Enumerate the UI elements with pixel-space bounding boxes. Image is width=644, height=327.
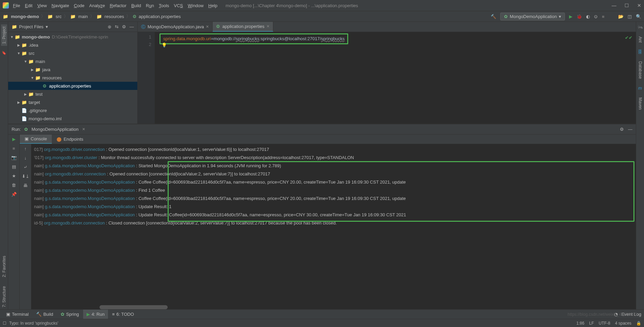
caret-position[interactable]: 1:86	[577, 321, 584, 326]
rerun-button[interactable]: ▶	[12, 137, 16, 142]
menu-tools[interactable]: Tools	[159, 3, 169, 8]
line-separator[interactable]: LF	[589, 321, 594, 326]
build-tab[interactable]: 🔨Build	[33, 310, 57, 319]
exit-button[interactable]: ★	[12, 173, 16, 178]
console-line: '017] org.mongodb.driver.cluster : Monit…	[34, 154, 633, 162]
locate-icon[interactable]: ⊕	[108, 24, 111, 29]
project-view-title[interactable]: Project Files	[19, 24, 44, 29]
status-icon[interactable]: ☐	[3, 321, 6, 326]
spring-icon: ✿	[24, 127, 28, 132]
terminal-tab[interactable]: ▣Terminal	[3, 310, 32, 319]
tree-row[interactable]: 📄mongo-demo.iml	[8, 114, 137, 123]
stop-button[interactable]: ■	[13, 146, 15, 151]
minimize-button[interactable]: —	[612, 3, 616, 8]
layout-button[interactable]: ▤	[12, 164, 16, 169]
spring-tab[interactable]: ✿Spring	[57, 310, 82, 319]
todo-tab[interactable]: ≡6: TODO	[109, 310, 137, 319]
run-tab[interactable]: ▶4: Run	[83, 310, 108, 319]
breadcrumb-item[interactable]: resources	[105, 14, 124, 19]
trash-button[interactable]: 🗑	[12, 183, 16, 188]
close-icon[interactable]: ✕	[82, 127, 85, 131]
tree-row[interactable]: ▶📁test	[8, 90, 137, 98]
scroll-icon[interactable]: ⬇⤓	[22, 174, 29, 179]
tree-row[interactable]: ▼📁resources	[8, 74, 137, 82]
folder-icon: 📁	[12, 24, 17, 29]
menu-file[interactable]: File	[13, 3, 20, 8]
editor-tab[interactable]: ⚙ application.properties ✕	[213, 22, 273, 32]
close-icon[interactable]: ✕	[206, 25, 209, 29]
console-tab[interactable]: ▣ Console	[20, 135, 52, 144]
menu-edit[interactable]: Edit	[25, 3, 32, 8]
menu-build[interactable]: Build	[131, 3, 141, 8]
menu-run[interactable]: Run	[146, 3, 154, 8]
close-button[interactable]: ✕	[637, 3, 641, 8]
tree-row[interactable]: 📄.gitignore	[8, 106, 137, 114]
search-button[interactable]: 🔍	[636, 14, 641, 19]
wrap-icon[interactable]: ⤶	[24, 165, 27, 170]
encoding[interactable]: UTF-8	[599, 321, 610, 326]
bookmark-icon[interactable]: 🔖	[2, 51, 6, 55]
lock-icon[interactable]: 🔒	[636, 321, 641, 326]
folder-icon: 📁	[96, 14, 102, 19]
tree-row[interactable]: ▶📁.idea	[8, 41, 137, 49]
run-config-selector[interactable]: ✿ MongoDemoApplication ▾	[500, 13, 565, 20]
maximize-button[interactable]: ☐	[625, 3, 629, 8]
up-icon[interactable]: ↑	[24, 146, 27, 151]
expand-icon[interactable]: ⇆	[115, 24, 119, 29]
favorites-tool-tab[interactable]: 2: Favorites	[1, 254, 7, 279]
print-icon[interactable]: 🖶	[23, 183, 28, 188]
menu-help[interactable]: Help	[208, 3, 217, 8]
menu-view[interactable]: View	[37, 3, 47, 8]
editor-body[interactable]: 1 2 spring.data.mongodb.uri=mongodb://sp…	[138, 32, 636, 124]
menu-refactor[interactable]: Refactor	[110, 3, 126, 8]
maven-tool-tab[interactable]: Maven	[637, 95, 643, 112]
gear-icon[interactable]: ⚙	[122, 24, 126, 29]
tree-root[interactable]: ▼ 📁 mongo-demo D:\GeekTime\geektime-spri…	[8, 33, 137, 41]
dump-button[interactable]: 📷	[11, 155, 17, 160]
chevron-down-icon[interactable]: ▾	[46, 24, 48, 29]
vcs-button[interactable]: 📂	[618, 14, 624, 19]
menu-vcs[interactable]: VCS	[174, 3, 183, 8]
intention-bulb-icon[interactable]: 💡	[162, 42, 167, 49]
breadcrumb-item[interactable]: src	[56, 14, 61, 19]
menu-navigate[interactable]: Navigate	[51, 3, 69, 8]
endpoints-tab[interactable]: ⬤ Endpoints	[52, 135, 88, 144]
menu-analyze[interactable]: Analyze	[89, 3, 105, 8]
profile-button[interactable]: ⊙	[594, 14, 598, 19]
breadcrumb-item[interactable]: mongo-demo	[11, 14, 39, 19]
menu-code[interactable]: Code	[74, 3, 85, 8]
down-icon[interactable]: ↓	[24, 155, 27, 160]
stop-button[interactable]: ■	[602, 14, 604, 19]
breadcrumb-item[interactable]: application.properties	[139, 14, 181, 19]
ant-tool-tab[interactable]: Ant	[637, 34, 643, 45]
coverage-button[interactable]: ◐	[586, 14, 590, 19]
tree-row[interactable]: ▶📁target	[8, 98, 137, 106]
gear-icon[interactable]: ⚙	[620, 127, 624, 132]
structure-tool-tab[interactable]: 7: Structure	[1, 284, 7, 309]
hide-icon[interactable]: —	[628, 127, 632, 132]
project-tool-tab[interactable]: 1: Project	[1, 25, 7, 46]
code-area[interactable]: spring.data.mongodb.uri=mongodb://spring…	[155, 32, 636, 124]
open-button[interactable]: ◫	[628, 14, 632, 19]
indent[interactable]: 4 spaces	[615, 321, 631, 326]
hammer-icon[interactable]: 🔨	[491, 14, 496, 19]
menu-window[interactable]: Window	[188, 3, 203, 8]
tree-row[interactable]: ⚙application.properties	[8, 82, 137, 90]
hide-icon[interactable]: —	[129, 24, 134, 29]
run-button[interactable]: ▶	[569, 14, 572, 19]
debug-button[interactable]: 🐞	[577, 14, 582, 19]
close-icon[interactable]: ✕	[266, 24, 270, 29]
horizontal-scrollbar[interactable]	[99, 305, 168, 309]
database-icon: 🗄	[638, 49, 642, 54]
console-output[interactable]: 017] org.mongodb.driver.connection : Ope…	[31, 144, 636, 309]
project-tree[interactable]: ▼ 📁 mongo-demo D:\GeekTime\geektime-spri…	[8, 32, 137, 124]
pin-button[interactable]: 📌	[11, 192, 17, 197]
main-menu: File Edit View Navigate Code Analyze Ref…	[13, 3, 217, 8]
database-tool-tab[interactable]: Database	[637, 59, 643, 81]
inspection-status-icon[interactable]: ✔✔	[625, 34, 632, 42]
tree-row[interactable]: ▼📁main	[8, 57, 137, 65]
editor-tab[interactable]: Ⓒ MongoDemoApplication.java ✕	[138, 22, 213, 32]
tree-row[interactable]: ▶📁java	[8, 65, 137, 74]
breadcrumb-item[interactable]: main	[78, 14, 88, 19]
tree-row[interactable]: ▼📁src	[8, 49, 137, 57]
